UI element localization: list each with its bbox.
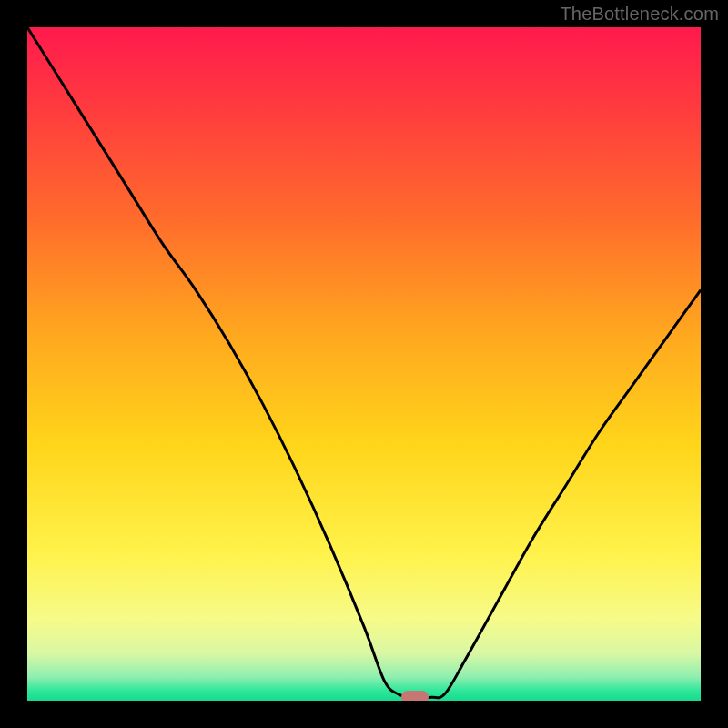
- plot-area: [27, 27, 701, 701]
- chart-frame: TheBottleneck.com: [0, 0, 728, 728]
- watermark-label: TheBottleneck.com: [560, 4, 719, 25]
- minimum-marker: [401, 691, 429, 701]
- bottleneck-curve: [27, 27, 701, 698]
- curve-layer: [27, 27, 701, 701]
